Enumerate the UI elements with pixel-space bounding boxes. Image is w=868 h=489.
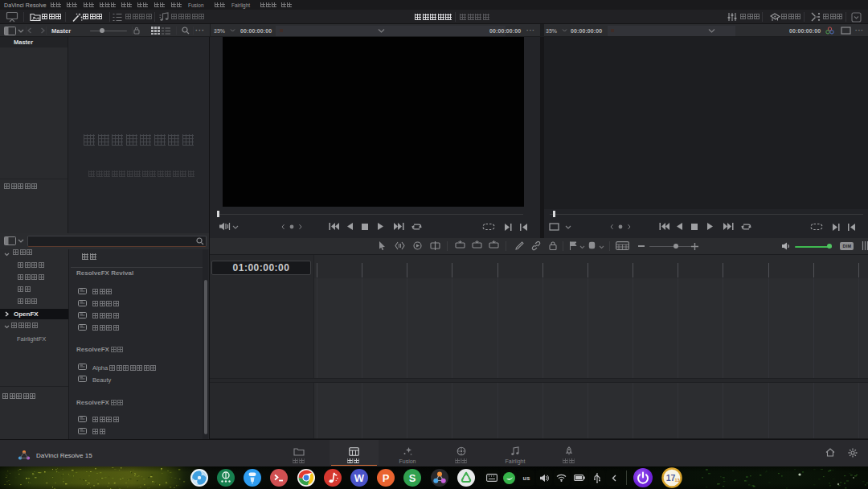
svg-text:W: W <box>354 472 365 484</box>
svg-text:13: 13 <box>674 478 679 483</box>
svg-text:P: P <box>383 472 390 484</box>
svg-text:S: S <box>409 472 416 484</box>
